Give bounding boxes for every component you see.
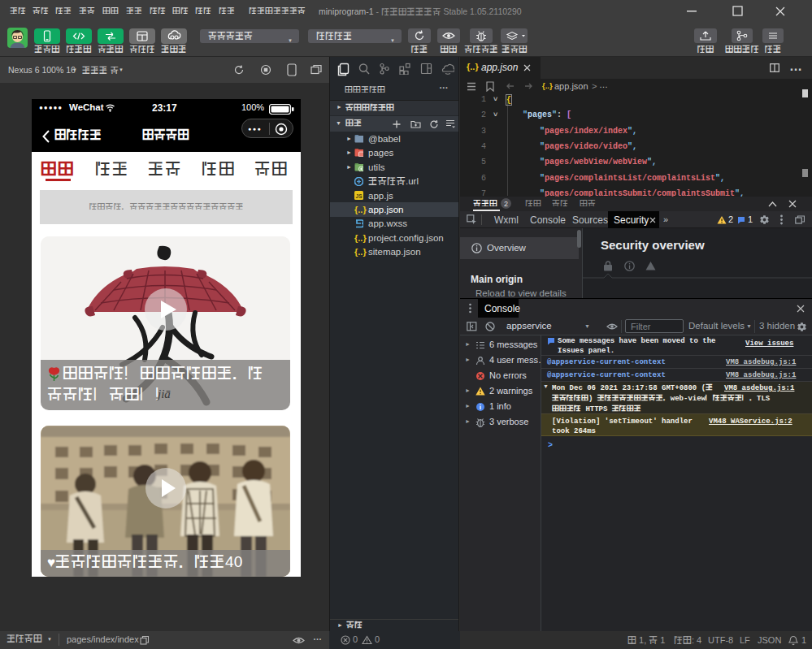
svg-text:JS: JS: [356, 193, 363, 199]
